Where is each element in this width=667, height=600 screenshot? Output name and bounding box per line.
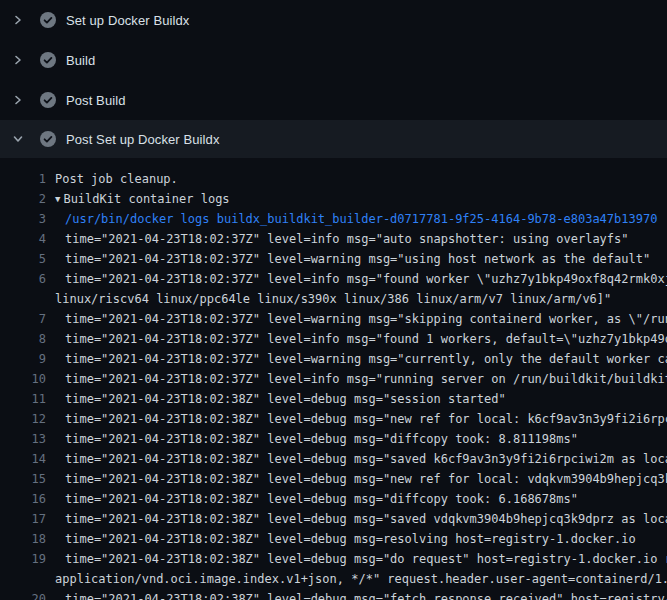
log-line: 7time="2021-04-23T18:02:37Z" level=warni…	[0, 309, 667, 329]
line-number[interactable]: 9	[0, 349, 46, 369]
log-line: 15time="2021-04-23T18:02:38Z" level=debu…	[0, 469, 667, 489]
log-text: time="2021-04-23T18:02:37Z" level=info m…	[65, 269, 667, 289]
log-line: 12time="2021-04-23T18:02:38Z" level=debu…	[0, 409, 667, 429]
log-text: time="2021-04-23T18:02:37Z" level=info m…	[65, 229, 629, 249]
log-line: 13time="2021-04-23T18:02:38Z" level=debu…	[0, 429, 667, 449]
log-text: time="2021-04-23T18:02:37Z" level=info m…	[65, 329, 667, 349]
line-number[interactable]: 6	[0, 269, 46, 289]
log-line: application/vnd.oci.image.index.v1+json,…	[0, 569, 667, 589]
step-label: Build	[66, 53, 95, 68]
log-line: 4time="2021-04-23T18:02:37Z" level=info …	[0, 229, 667, 249]
log-text: time="2021-04-23T18:02:38Z" level=debug …	[65, 389, 506, 409]
log-command-text: /usr/bin/docker logs buildx_buildkit_bui…	[65, 209, 657, 229]
log-text: time="2021-04-23T18:02:38Z" level=debug …	[65, 449, 667, 469]
log-text: time="2021-04-23T18:02:38Z" level=debug …	[65, 589, 667, 600]
log-line: 6time="2021-04-23T18:02:37Z" level=info …	[0, 269, 667, 289]
group-caret-icon: ▼	[55, 189, 60, 209]
log-text: linux/riscv64 linux/ppc64le linux/s390x …	[55, 289, 611, 309]
log-text: Post job cleanup.	[55, 169, 178, 189]
step-row-post-build[interactable]: Post Build	[0, 80, 667, 120]
line-number[interactable]: 5	[0, 249, 46, 269]
line-number[interactable]: 15	[0, 469, 46, 489]
line-number[interactable]: 1	[0, 169, 46, 189]
line-number	[0, 569, 46, 589]
log-text: time="2021-04-23T18:02:37Z" level=info m…	[65, 369, 667, 389]
step-row-set-up-docker-buildx[interactable]: Set up Docker Buildx	[0, 0, 667, 40]
line-number[interactable]: 11	[0, 389, 46, 409]
log-text: time="2021-04-23T18:02:38Z" level=debug …	[65, 529, 636, 549]
line-number[interactable]: 19	[0, 549, 46, 569]
line-number[interactable]: 12	[0, 409, 46, 429]
line-number[interactable]: 18	[0, 529, 46, 549]
line-number[interactable]: 3	[0, 209, 46, 229]
log-line: 2▼BuildKit container logs	[0, 189, 667, 209]
step-label: Post Build	[66, 93, 126, 108]
check-circle-icon	[40, 131, 56, 147]
line-number[interactable]: 20	[0, 589, 46, 600]
chevron-right-icon	[12, 54, 24, 66]
step-label: Set up Docker Buildx	[66, 13, 189, 28]
line-number[interactable]: 2	[0, 189, 46, 209]
check-circle-icon	[40, 52, 56, 68]
log-text: time="2021-04-23T18:02:38Z" level=debug …	[65, 409, 667, 429]
check-circle-icon	[40, 12, 56, 28]
line-number[interactable]: 7	[0, 309, 46, 329]
log-line: 9time="2021-04-23T18:02:37Z" level=warni…	[0, 349, 667, 369]
log-line: 8time="2021-04-23T18:02:37Z" level=info …	[0, 329, 667, 349]
actions-log-viewer: Set up Docker BuildxBuildPost BuildPost …	[0, 0, 667, 600]
step-label: Post Set up Docker Buildx	[66, 132, 220, 147]
log-text: time="2021-04-23T18:02:38Z" level=debug …	[65, 509, 667, 529]
check-circle-icon	[40, 92, 56, 108]
log-text: time="2021-04-23T18:02:37Z" level=warnin…	[65, 309, 667, 329]
log-text: time="2021-04-23T18:02:38Z" level=debug …	[65, 469, 667, 489]
log-group-header[interactable]: ▼BuildKit container logs	[55, 189, 230, 209]
log-line: 1Post job cleanup.	[0, 169, 667, 189]
log-text: time="2021-04-23T18:02:38Z" level=debug …	[65, 429, 578, 449]
log-line: 5time="2021-04-23T18:02:37Z" level=warni…	[0, 249, 667, 269]
log-line: 18time="2021-04-23T18:02:38Z" level=debu…	[0, 529, 667, 549]
step-row-post-set-up-docker-buildx[interactable]: Post Set up Docker Buildx	[0, 120, 667, 158]
log-line: 14time="2021-04-23T18:02:38Z" level=debu…	[0, 449, 667, 469]
step-row-build[interactable]: Build	[0, 40, 667, 80]
log-text: time="2021-04-23T18:02:38Z" level=debug …	[65, 489, 578, 509]
line-number[interactable]: 10	[0, 369, 46, 389]
log-line: 11time="2021-04-23T18:02:38Z" level=debu…	[0, 389, 667, 409]
log-text: time="2021-04-23T18:02:37Z" level=warnin…	[65, 249, 650, 269]
line-number[interactable]: 13	[0, 429, 46, 449]
log-group-label: BuildKit container logs	[63, 192, 229, 206]
log-text: time="2021-04-23T18:02:37Z" level=warnin…	[65, 349, 667, 369]
line-number	[0, 289, 46, 309]
log-line: linux/riscv64 linux/ppc64le linux/s390x …	[0, 289, 667, 309]
line-number[interactable]: 16	[0, 489, 46, 509]
log-line: 3/usr/bin/docker logs buildx_buildkit_bu…	[0, 209, 667, 229]
line-number[interactable]: 17	[0, 509, 46, 529]
log-text: application/vnd.oci.image.index.v1+json,…	[55, 569, 667, 589]
chevron-right-icon	[12, 94, 24, 106]
log-text: time="2021-04-23T18:02:38Z" level=debug …	[65, 549, 667, 569]
log-line: 19time="2021-04-23T18:02:38Z" level=debu…	[0, 549, 667, 569]
line-number[interactable]: 14	[0, 449, 46, 469]
line-number[interactable]: 4	[0, 229, 46, 249]
log-line: 20time="2021-04-23T18:02:38Z" level=debu…	[0, 589, 667, 600]
chevron-down-icon	[12, 133, 24, 145]
log-line: 17time="2021-04-23T18:02:38Z" level=debu…	[0, 509, 667, 529]
log-line: 10time="2021-04-23T18:02:37Z" level=info…	[0, 369, 667, 389]
line-number[interactable]: 8	[0, 329, 46, 349]
step-list: Set up Docker BuildxBuildPost BuildPost …	[0, 0, 667, 158]
log-content: 1Post job cleanup.2▼BuildKit container l…	[0, 158, 667, 600]
chevron-right-icon	[12, 14, 24, 26]
log-line: 16time="2021-04-23T18:02:38Z" level=debu…	[0, 489, 667, 509]
